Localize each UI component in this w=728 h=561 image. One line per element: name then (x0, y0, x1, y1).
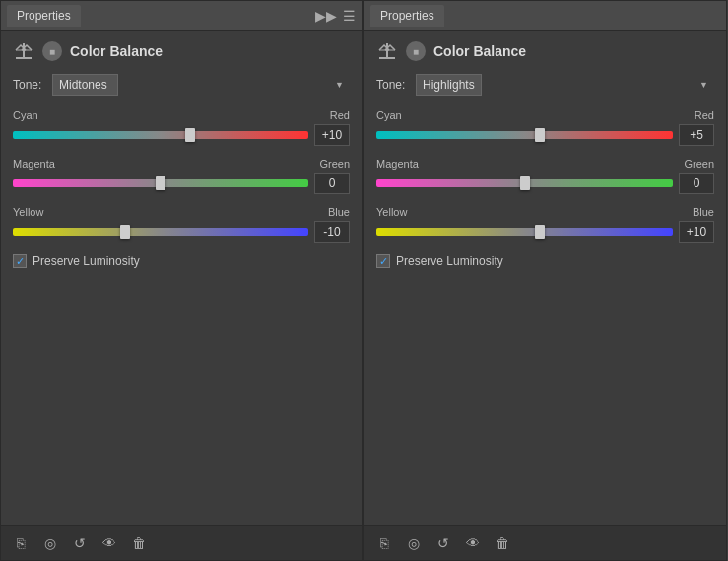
panel-tab-left[interactable]: Properties (7, 5, 81, 27)
add-layer-icon[interactable]: ⎘ (374, 533, 394, 553)
preserve-label-left: Preserve Luminosity (33, 254, 140, 268)
slider-labels-left-0: CyanRed (13, 109, 350, 121)
svg-rect-0 (23, 43, 25, 59)
slider-labels-right-2: YellowBlue (376, 206, 714, 218)
preserve-label-right: Preserve Luminosity (396, 254, 503, 268)
reset-icon[interactable]: ↺ (70, 533, 90, 553)
slider-right-label-left-0: Red (330, 109, 350, 121)
tone-row-right: Tone:ShadowsMidtonesHighlights (376, 74, 714, 96)
title-row-left: ■Color Balance (13, 40, 350, 62)
layer-icon: ■ (42, 41, 62, 61)
slider-value-right-0[interactable]: +5 (679, 124, 714, 146)
svg-rect-1 (16, 57, 32, 59)
slider-labels-left-2: YellowBlue (13, 206, 350, 218)
slider-thumb-left-2[interactable] (120, 225, 130, 239)
slider-track-wrapper-right-1[interactable] (376, 175, 673, 191)
panel-title-text-right: Color Balance (433, 43, 526, 59)
svg-rect-4 (386, 43, 388, 59)
slider-track-wrapper-right-0[interactable] (376, 127, 673, 143)
preserve-checkbox-left[interactable]: ✓ (13, 254, 27, 268)
panel-tab-right[interactable]: Properties (370, 5, 444, 27)
balance-icon (13, 40, 34, 62)
tone-select-left[interactable]: ShadowsMidtonesHighlights (52, 74, 118, 96)
slider-track-left-1 (13, 179, 308, 187)
slider-container-left-1: 0 (13, 173, 350, 194)
slider-track-wrapper-left-2[interactable] (13, 224, 308, 240)
slider-container-left-0: +10 (13, 124, 350, 146)
slider-row-left-0: CyanRed+10 (13, 109, 350, 146)
slider-track-right-1 (376, 179, 673, 187)
slider-labels-right-1: MagentaGreen (376, 158, 714, 170)
visibility-icon[interactable]: ◎ (40, 533, 60, 553)
eye-icon[interactable]: 👁 (99, 533, 119, 553)
slider-row-right-1: MagentaGreen0 (376, 158, 714, 194)
panel-right: Properties ■Color BalanceTone:ShadowsMid… (364, 0, 727, 561)
panel-left: Properties▶▶☰ ■Color BalanceTone:Shadows… (0, 0, 364, 561)
slider-right-label-right-2: Blue (693, 206, 714, 218)
panel-content-left: ■Color BalanceTone:ShadowsMidtonesHighli… (1, 31, 362, 525)
tone-select-wrapper-left: ShadowsMidtonesHighlights (52, 74, 350, 96)
slider-row-right-2: YellowBlue+10 (376, 206, 714, 243)
slider-left-label-left-2: Yellow (13, 206, 43, 218)
slider-container-right-1: 0 (376, 173, 714, 194)
slider-row-right-0: CyanRed+5 (376, 109, 714, 146)
slider-right-label-left-2: Blue (328, 206, 350, 218)
slider-left-label-right-1: Magenta (376, 158, 419, 170)
slider-track-wrapper-right-2[interactable] (376, 224, 673, 240)
slider-track-left-0 (13, 131, 308, 139)
panel-header-left: Properties▶▶☰ (1, 1, 362, 31)
preserve-row-right: ✓Preserve Luminosity (376, 254, 714, 268)
slider-thumb-right-2[interactable] (535, 225, 545, 239)
panel-footer-left: ⎘◎↺👁🗑 (1, 525, 362, 560)
slider-container-right-2: +10 (376, 221, 714, 243)
panels-container: Properties▶▶☰ ■Color BalanceTone:Shadows… (0, 0, 728, 561)
tone-select-right[interactable]: ShadowsMidtonesHighlights (416, 74, 482, 96)
slider-left-label-left-1: Magenta (13, 158, 55, 170)
slider-track-left-2 (13, 228, 308, 236)
slider-value-right-1[interactable]: 0 (679, 173, 714, 194)
slider-value-left-1[interactable]: 0 (314, 173, 350, 194)
tone-row-left: Tone:ShadowsMidtonesHighlights (13, 74, 350, 96)
slider-right-label-left-1: Green (319, 158, 350, 170)
slider-thumb-left-1[interactable] (156, 176, 165, 190)
tone-select-wrapper-right: ShadowsMidtonesHighlights (416, 74, 714, 96)
tone-label-right: Tone: (376, 78, 408, 92)
preserve-checkbox-right[interactable]: ✓ (376, 254, 390, 268)
slider-left-label-left-0: Cyan (13, 109, 38, 121)
panel-footer-right: ⎘◎↺👁🗑 (364, 525, 726, 560)
slider-labels-right-0: CyanRed (376, 109, 714, 121)
panel-title-text-left: Color Balance (70, 43, 163, 59)
delete-icon[interactable]: 🗑 (129, 533, 149, 553)
slider-right-label-right-1: Green (684, 158, 714, 170)
delete-icon[interactable]: 🗑 (493, 533, 512, 553)
slider-thumb-right-1[interactable] (520, 176, 530, 190)
reset-icon[interactable]: ↺ (433, 533, 453, 553)
visibility-icon[interactable]: ◎ (404, 533, 424, 553)
slider-track-wrapper-left-0[interactable] (13, 127, 308, 143)
slider-left-label-right-0: Cyan (376, 109, 402, 121)
slider-track-wrapper-left-1[interactable] (13, 175, 308, 191)
slider-thumb-right-0[interactable] (535, 128, 545, 142)
slider-value-left-2[interactable]: -10 (314, 221, 350, 243)
slider-labels-left-1: MagentaGreen (13, 158, 350, 170)
slider-value-right-2[interactable]: +10 (679, 221, 714, 243)
tone-label-left: Tone: (13, 78, 44, 92)
slider-value-left-0[interactable]: +10 (314, 124, 350, 146)
preserve-row-left: ✓Preserve Luminosity (13, 254, 350, 268)
slider-right-label-right-0: Red (695, 109, 714, 121)
menu-icon[interactable]: ☰ (343, 8, 356, 24)
slider-container-left-2: -10 (13, 221, 350, 243)
add-layer-icon[interactable]: ⎘ (11, 533, 31, 553)
slider-row-left-2: YellowBlue-10 (13, 206, 350, 243)
layer-icon: ■ (406, 41, 426, 61)
slider-container-right-0: +5 (376, 124, 714, 146)
eye-icon[interactable]: 👁 (463, 533, 483, 553)
balance-icon (376, 40, 398, 62)
expand-icon[interactable]: ▶▶ (315, 8, 337, 24)
slider-track-right-2 (376, 228, 673, 236)
slider-row-left-1: MagentaGreen0 (13, 158, 350, 194)
slider-track-right-0 (376, 131, 673, 139)
slider-left-label-right-2: Yellow (376, 206, 407, 218)
title-row-right: ■Color Balance (376, 40, 714, 62)
slider-thumb-left-0[interactable] (185, 128, 195, 142)
